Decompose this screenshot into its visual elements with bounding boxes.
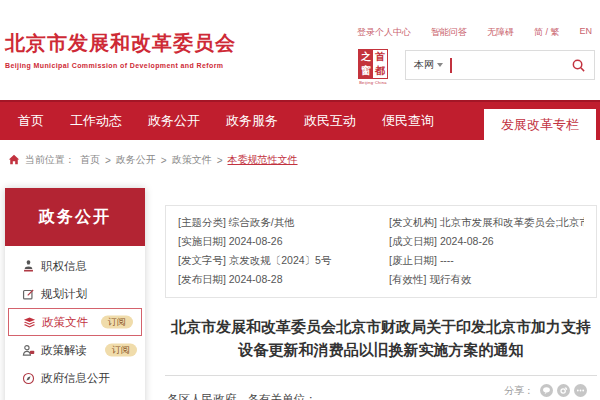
meta-label: [主题分类] xyxy=(178,216,226,228)
meta-value: 京发改规〔2024〕5号 xyxy=(229,254,332,266)
meta-cell: [有效性] 现行有效 xyxy=(389,273,584,287)
breadcrumb-link-home[interactable]: 首页 xyxy=(80,153,100,167)
seal-caption: Beijing·China xyxy=(358,80,388,85)
capital-window-seal-logo[interactable]: 之 首 窗 都 Beijing·China xyxy=(358,49,388,85)
english-link[interactable]: EN xyxy=(579,26,592,39)
sidebar-item-policy-interpretation[interactable]: 政策解读 订阅 xyxy=(5,336,145,364)
meta-value: 2024-08-26 xyxy=(229,235,283,247)
meta-value: 北京市发展和改革委员会;北京市财政局 xyxy=(440,216,584,228)
utility-links: 登录个人中心 智能问答 无障碍 简 / 繁 EN xyxy=(357,26,592,39)
accessibility-link[interactable]: 无障碍 xyxy=(487,26,514,39)
sidebar-menu: 职权信息 规划计划 政策文件 订阅 xyxy=(5,246,145,400)
smart-qa-link[interactable]: 智能问答 xyxy=(431,26,467,39)
meta-value: 综合政务/其他 xyxy=(229,216,295,228)
search-icon xyxy=(571,58,586,73)
page: 北京市发展和改革委员会 Beijing Municipal Commission… xyxy=(0,0,600,400)
meta-cell: [主题分类] 综合政务/其他 xyxy=(178,216,389,230)
breadcrumb-current[interactable]: 本委规范性文件 xyxy=(228,153,298,167)
divider xyxy=(165,375,597,376)
nav-item-gov-services[interactable]: 政务服务 xyxy=(226,112,278,130)
chevron-down-icon xyxy=(437,63,443,67)
search-button[interactable] xyxy=(571,58,586,73)
site-logo: 北京市发展和改革委员会 Beijing Municipal Commission… xyxy=(5,30,236,69)
search-scope-select[interactable]: 本网 xyxy=(414,58,443,72)
meta-value: 2024-08-26 xyxy=(440,235,494,247)
sidebar-item-label: 政府信息公开 xyxy=(41,371,110,386)
layers-icon xyxy=(23,316,36,329)
site-header: 北京市发展和改革委员会 Beijing Municipal Commission… xyxy=(0,0,600,100)
seal-icon: 之 首 窗 都 xyxy=(358,49,388,79)
weibo-share-icon[interactable] xyxy=(557,384,570,397)
breadcrumb-separator: > xyxy=(105,155,111,166)
compass-icon xyxy=(22,372,35,385)
nav-item-work-news[interactable]: 工作动态 xyxy=(70,112,122,130)
subscribe-button[interactable]: 订阅 xyxy=(105,344,137,357)
breadcrumb-label: 当前位置： xyxy=(25,153,75,167)
language-toggle[interactable]: 简 / 繁 xyxy=(534,26,560,39)
stamp-icon xyxy=(22,260,35,273)
sidebar-item-gov-info-disclosure[interactable]: 政府信息公开 xyxy=(5,364,145,392)
sidebar-item-label: 政策解读 xyxy=(41,343,87,358)
meta-cell: [实施日期] 2024-08-26 xyxy=(178,235,389,249)
meta-label: [废止日期] xyxy=(389,254,437,266)
sidebar-item-label: 职权信息 xyxy=(41,259,87,274)
nav-item-citizen-inquiry[interactable]: 便民查询 xyxy=(382,112,434,130)
nav-item-public-interaction[interactable]: 政民互动 xyxy=(304,112,356,130)
document-title: 北京市发展和改革委员会北京市财政局关于印发北京市加力支持设备更新和消费品以旧换新… xyxy=(165,315,597,362)
sidebar-item-label: 规划计划 xyxy=(41,287,87,302)
seal-char: 窗 xyxy=(359,64,373,78)
breadcrumb-link-gov-disclosure[interactable]: 政务公开 xyxy=(116,153,156,167)
sidebar-title: 政务公开 xyxy=(5,188,145,246)
document-edit-icon xyxy=(22,288,35,301)
seal-char: 都 xyxy=(373,64,387,78)
meta-value: ---- xyxy=(440,254,454,266)
meta-cell: [发文机构] 北京市发展和改革委员会;北京市财政局 xyxy=(389,216,584,230)
site-title: 北京市发展和改革委员会 xyxy=(5,30,236,57)
person-chat-icon xyxy=(22,344,35,357)
breadcrumb-link-policy-documents[interactable]: 政策文件 xyxy=(172,153,212,167)
nav-item-home[interactable]: 首页 xyxy=(18,112,44,130)
meta-cell: [废止日期] ---- xyxy=(389,254,584,268)
meta-label: [发布日期] xyxy=(178,273,226,285)
meta-cell: [发布日期] 2024-08-28 xyxy=(178,273,389,287)
search-input[interactable] xyxy=(452,60,572,71)
seal-char: 之 xyxy=(359,50,373,64)
meta-value: 2024-08-28 xyxy=(229,273,283,285)
share-label: 分享： xyxy=(504,384,534,398)
document-body-preview: 各区人民政府，各有关单位： xyxy=(167,392,317,400)
nav-tab-development-reform-column[interactable]: 发展改革专栏 xyxy=(484,109,596,140)
wechat-share-icon[interactable] xyxy=(540,384,553,397)
nav-item-gov-disclosure[interactable]: 政务公开 xyxy=(148,112,200,130)
breadcrumb-separator: > xyxy=(161,155,167,166)
search-scope-label: 本网 xyxy=(414,58,434,72)
meta-value: 现行有效 xyxy=(429,273,471,285)
site-subtitle: Beijing Municipal Commission of Developm… xyxy=(5,62,236,69)
meta-label: [发文字号] xyxy=(178,254,226,266)
meta-cell: [发文字号] 京发改规〔2024〕5号 xyxy=(178,254,389,268)
more-share-icon[interactable] xyxy=(574,384,587,397)
sidebar-item-clipped[interactable] xyxy=(5,392,145,400)
search-bar: 本网 xyxy=(405,50,595,80)
sidebar-item-authority-info[interactable]: 职权信息 xyxy=(5,252,145,280)
meta-cell: [成文日期] 2024-08-26 xyxy=(389,235,584,249)
meta-label: [有效性] xyxy=(389,273,426,285)
breadcrumb: 当前位置： 首页 > 政务公开 > 政策文件 > 本委规范性文件 xyxy=(8,153,298,167)
document-panel: [主题分类] 综合政务/其他 [发文机构] 北京市发展和改革委员会;北京市财政局… xyxy=(165,195,597,400)
login-link[interactable]: 登录个人中心 xyxy=(357,26,411,39)
sidebar: 政务公开 职权信息 规划计划 xyxy=(5,188,145,400)
meta-label: [成文日期] xyxy=(389,235,437,247)
meta-label: [发文机构] xyxy=(389,216,437,228)
document-meta-box: [主题分类] 综合政务/其他 [发文机构] 北京市发展和改革委员会;北京市财政局… xyxy=(165,205,597,298)
meta-label: [实施日期] xyxy=(178,235,226,247)
sidebar-item-policy-documents[interactable]: 政策文件 订阅 xyxy=(8,308,142,336)
sidebar-item-planning[interactable]: 规划计划 xyxy=(5,280,145,308)
breadcrumb-separator: > xyxy=(217,155,223,166)
home-icon[interactable] xyxy=(8,154,20,166)
main-nav: 首页 工作动态 政务公开 政务服务 政民互动 便民查询 发展改革专栏 xyxy=(0,100,600,140)
seal-char: 首 xyxy=(373,50,387,64)
subscribe-button[interactable]: 订阅 xyxy=(101,316,133,329)
sidebar-item-label: 政策文件 xyxy=(42,315,88,330)
